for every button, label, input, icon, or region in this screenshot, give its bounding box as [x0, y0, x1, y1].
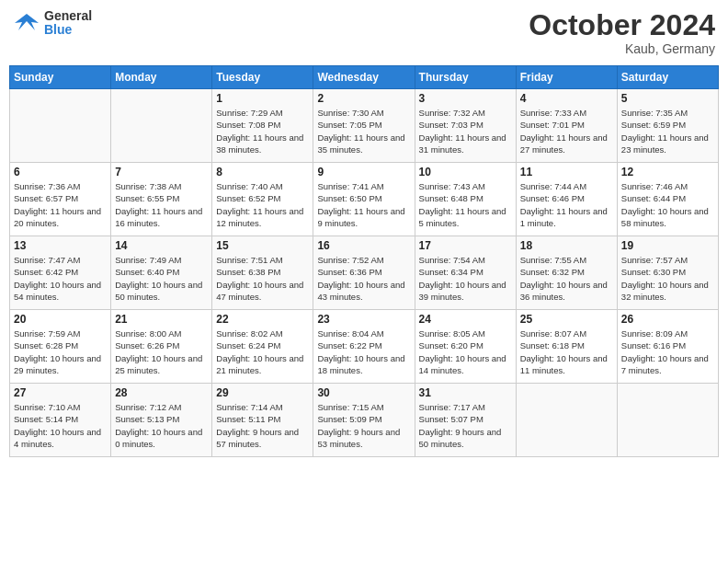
calendar-cell: 16Sunrise: 7:52 AMSunset: 6:36 PMDayligh…: [313, 236, 415, 310]
calendar-cell: 23Sunrise: 8:04 AMSunset: 6:22 PMDayligh…: [313, 310, 415, 384]
day-number: 9: [317, 166, 410, 178]
day-info: Sunrise: 7:55 AMSunset: 6:32 PMDaylight:…: [520, 254, 613, 303]
day-number: 12: [621, 166, 714, 178]
day-info: Sunrise: 7:49 AMSunset: 6:40 PMDaylight:…: [115, 254, 208, 303]
day-info: Sunrise: 7:46 AMSunset: 6:44 PMDaylight:…: [621, 180, 714, 229]
col-header-monday: Monday: [111, 66, 212, 89]
day-number: 8: [216, 166, 309, 178]
calendar-cell: 6Sunrise: 7:36 AMSunset: 6:57 PMDaylight…: [10, 163, 111, 236]
day-number: 7: [115, 166, 208, 178]
day-number: 17: [419, 239, 512, 252]
day-info: Sunrise: 7:12 AMSunset: 5:13 PMDaylight:…: [115, 401, 208, 450]
day-info: Sunrise: 7:59 AMSunset: 6:28 PMDaylight:…: [14, 327, 107, 376]
day-info: Sunrise: 8:00 AMSunset: 6:26 PMDaylight:…: [115, 327, 208, 376]
calendar-header-row: SundayMondayTuesdayWednesdayThursdayFrid…: [10, 66, 719, 89]
day-number: 15: [216, 239, 309, 252]
title-block: October 2024 Kaub, Germany: [529, 9, 715, 56]
day-number: 14: [115, 239, 208, 252]
calendar-cell: 18Sunrise: 7:55 AMSunset: 6:32 PMDayligh…: [516, 236, 617, 310]
calendar-cell: [111, 89, 212, 163]
day-info: Sunrise: 8:07 AMSunset: 6:18 PMDaylight:…: [520, 327, 613, 376]
calendar-cell: 13Sunrise: 7:47 AMSunset: 6:42 PMDayligh…: [10, 236, 111, 310]
month-year-title: October 2024: [529, 9, 715, 41]
calendar-week-row: 27Sunrise: 7:10 AMSunset: 5:14 PMDayligh…: [10, 384, 719, 457]
day-number: 4: [520, 92, 613, 105]
calendar-cell: 17Sunrise: 7:54 AMSunset: 6:34 PMDayligh…: [415, 236, 516, 310]
col-header-thursday: Thursday: [415, 66, 516, 89]
day-info: Sunrise: 7:35 AMSunset: 6:59 PMDaylight:…: [621, 107, 714, 155]
calendar-cell: 3Sunrise: 7:32 AMSunset: 7:03 PMDaylight…: [415, 89, 516, 163]
day-info: Sunrise: 7:51 AMSunset: 6:38 PMDaylight:…: [216, 254, 309, 303]
day-number: 16: [317, 239, 410, 252]
day-number: 6: [14, 166, 107, 178]
day-number: 25: [520, 313, 613, 326]
day-info: Sunrise: 7:52 AMSunset: 6:36 PMDaylight:…: [317, 254, 410, 303]
day-info: Sunrise: 8:05 AMSunset: 6:20 PMDaylight:…: [419, 327, 512, 376]
calendar-cell: 30Sunrise: 7:15 AMSunset: 5:09 PMDayligh…: [313, 384, 415, 457]
col-header-sunday: Sunday: [10, 66, 111, 89]
day-info: Sunrise: 7:10 AMSunset: 5:14 PMDaylight:…: [14, 401, 107, 450]
calendar-cell: 4Sunrise: 7:33 AMSunset: 7:01 PMDaylight…: [516, 89, 617, 163]
day-number: 24: [419, 313, 512, 326]
col-header-tuesday: Tuesday: [212, 66, 313, 89]
day-number: 28: [115, 386, 208, 399]
calendar-cell: 20Sunrise: 7:59 AMSunset: 6:28 PMDayligh…: [10, 310, 111, 384]
day-number: 13: [14, 239, 107, 252]
calendar-cell: 21Sunrise: 8:00 AMSunset: 6:26 PMDayligh…: [111, 310, 212, 384]
col-header-friday: Friday: [516, 66, 617, 89]
day-info: Sunrise: 7:33 AMSunset: 7:01 PMDaylight:…: [520, 107, 613, 155]
svg-marker-0: [15, 14, 39, 30]
day-number: 23: [317, 313, 410, 326]
day-number: 10: [419, 166, 512, 178]
day-info: Sunrise: 7:29 AMSunset: 7:08 PMDaylight:…: [216, 107, 309, 155]
day-number: 27: [14, 386, 107, 399]
calendar-cell: 12Sunrise: 7:46 AMSunset: 6:44 PMDayligh…: [617, 163, 718, 236]
logo-icon: [13, 10, 40, 36]
calendar-cell: 7Sunrise: 7:38 AMSunset: 6:55 PMDaylight…: [111, 163, 212, 236]
calendar-cell: [10, 89, 111, 163]
day-number: 20: [14, 313, 107, 326]
calendar-cell: 8Sunrise: 7:40 AMSunset: 6:52 PMDaylight…: [212, 163, 313, 236]
day-info: Sunrise: 7:15 AMSunset: 5:09 PMDaylight:…: [317, 401, 410, 450]
day-info: Sunrise: 7:57 AMSunset: 6:30 PMDaylight:…: [621, 254, 714, 303]
calendar-cell: 28Sunrise: 7:12 AMSunset: 5:13 PMDayligh…: [111, 384, 212, 457]
calendar-cell: 25Sunrise: 8:07 AMSunset: 6:18 PMDayligh…: [516, 310, 617, 384]
calendar-cell: 2Sunrise: 7:30 AMSunset: 7:05 PMDaylight…: [313, 89, 415, 163]
day-info: Sunrise: 8:09 AMSunset: 6:16 PMDaylight:…: [621, 327, 714, 376]
day-number: 1: [216, 92, 309, 105]
day-number: 18: [520, 239, 613, 252]
page-header: General Blue October 2024 Kaub, Germany: [9, 9, 719, 56]
day-number: 19: [621, 239, 714, 252]
day-number: 2: [317, 92, 410, 105]
calendar-cell: 5Sunrise: 7:35 AMSunset: 6:59 PMDaylight…: [617, 89, 718, 163]
calendar-cell: 14Sunrise: 7:49 AMSunset: 6:40 PMDayligh…: [111, 236, 212, 310]
calendar-cell: 1Sunrise: 7:29 AMSunset: 7:08 PMDaylight…: [212, 89, 313, 163]
day-number: 29: [216, 386, 309, 399]
calendar-table: SundayMondayTuesdayWednesdayThursdayFrid…: [9, 65, 719, 457]
day-info: Sunrise: 7:30 AMSunset: 7:05 PMDaylight:…: [317, 107, 410, 155]
day-info: Sunrise: 7:44 AMSunset: 6:46 PMDaylight:…: [520, 180, 613, 229]
calendar-cell: 29Sunrise: 7:14 AMSunset: 5:11 PMDayligh…: [212, 384, 313, 457]
calendar-cell: 19Sunrise: 7:57 AMSunset: 6:30 PMDayligh…: [617, 236, 718, 310]
calendar-cell: 26Sunrise: 8:09 AMSunset: 6:16 PMDayligh…: [617, 310, 718, 384]
day-number: 22: [216, 313, 309, 326]
day-info: Sunrise: 7:40 AMSunset: 6:52 PMDaylight:…: [216, 180, 309, 229]
calendar-cell: [617, 384, 718, 457]
calendar-cell: 24Sunrise: 8:05 AMSunset: 6:20 PMDayligh…: [415, 310, 516, 384]
day-number: 5: [621, 92, 714, 105]
day-number: 30: [317, 386, 410, 399]
day-number: 3: [419, 92, 512, 105]
day-info: Sunrise: 7:41 AMSunset: 6:50 PMDaylight:…: [317, 180, 410, 229]
calendar-cell: 31Sunrise: 7:17 AMSunset: 5:07 PMDayligh…: [415, 384, 516, 457]
day-info: Sunrise: 7:43 AMSunset: 6:48 PMDaylight:…: [419, 180, 512, 229]
day-number: 31: [419, 386, 512, 399]
calendar-cell: 9Sunrise: 7:41 AMSunset: 6:50 PMDaylight…: [313, 163, 415, 236]
calendar-cell: 15Sunrise: 7:51 AMSunset: 6:38 PMDayligh…: [212, 236, 313, 310]
calendar-week-row: 13Sunrise: 7:47 AMSunset: 6:42 PMDayligh…: [10, 236, 719, 310]
logo: General Blue: [13, 9, 92, 38]
calendar-cell: 27Sunrise: 7:10 AMSunset: 5:14 PMDayligh…: [10, 384, 111, 457]
calendar-cell: 10Sunrise: 7:43 AMSunset: 6:48 PMDayligh…: [415, 163, 516, 236]
day-info: Sunrise: 7:38 AMSunset: 6:55 PMDaylight:…: [115, 180, 208, 229]
day-info: Sunrise: 7:17 AMSunset: 5:07 PMDaylight:…: [419, 401, 512, 450]
col-header-wednesday: Wednesday: [313, 66, 415, 89]
